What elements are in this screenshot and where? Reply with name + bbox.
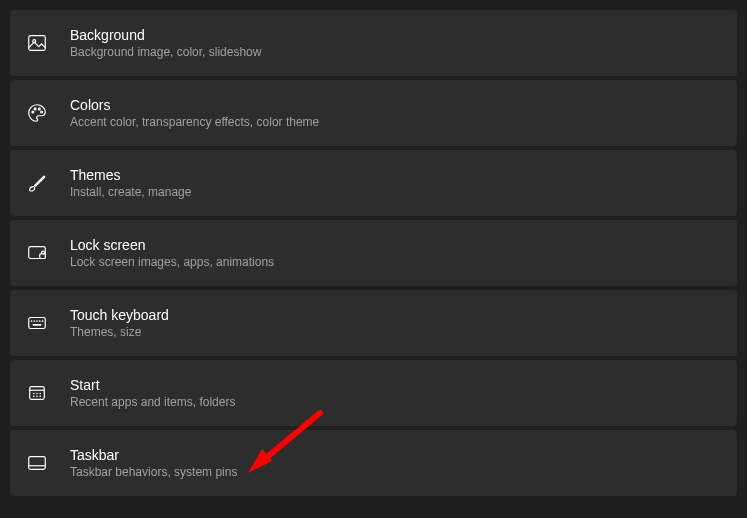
- settings-item-title: Start: [70, 376, 235, 394]
- settings-item-subtitle: Lock screen images, apps, animations: [70, 255, 274, 271]
- svg-point-5: [41, 111, 43, 113]
- settings-item-title: Themes: [70, 166, 191, 184]
- settings-item-background[interactable]: Background Background image, color, slid…: [10, 10, 737, 76]
- brush-icon: [26, 172, 70, 194]
- lock-screen-icon: [26, 242, 70, 264]
- settings-item-touch-keyboard[interactable]: Touch keyboard Themes, size: [10, 290, 737, 356]
- settings-item-subtitle: Accent color, transparency effects, colo…: [70, 115, 319, 131]
- settings-item-colors[interactable]: Colors Accent color, transparency effect…: [10, 80, 737, 146]
- keyboard-icon: [26, 312, 70, 334]
- svg-point-3: [34, 108, 36, 110]
- settings-item-text: Background Background image, color, slid…: [70, 26, 261, 61]
- settings-item-subtitle: Install, create, manage: [70, 185, 191, 201]
- svg-rect-7: [40, 254, 46, 259]
- svg-rect-8: [29, 318, 46, 329]
- settings-item-text: Taskbar Taskbar behaviors, system pins: [70, 446, 237, 481]
- settings-item-title: Touch keyboard: [70, 306, 169, 324]
- svg-rect-23: [29, 457, 46, 470]
- svg-rect-0: [29, 36, 46, 51]
- image-icon: [26, 32, 70, 54]
- svg-point-2: [32, 111, 34, 113]
- settings-item-title: Colors: [70, 96, 319, 114]
- start-grid-icon: [26, 382, 70, 404]
- settings-item-taskbar[interactable]: Taskbar Taskbar behaviors, system pins: [10, 430, 737, 496]
- settings-item-text: Touch keyboard Themes, size: [70, 306, 169, 341]
- settings-item-text: Colors Accent color, transparency effect…: [70, 96, 319, 131]
- settings-item-subtitle: Themes, size: [70, 325, 169, 341]
- settings-item-text: Themes Install, create, manage: [70, 166, 191, 201]
- personalization-settings-list: Background Background image, color, slid…: [0, 0, 747, 496]
- settings-item-themes[interactable]: Themes Install, create, manage: [10, 150, 737, 216]
- settings-item-subtitle: Background image, color, slideshow: [70, 45, 261, 61]
- settings-item-subtitle: Recent apps and items, folders: [70, 395, 235, 411]
- settings-item-title: Taskbar: [70, 446, 237, 464]
- taskbar-icon: [26, 452, 70, 474]
- palette-icon: [26, 102, 70, 124]
- settings-item-title: Lock screen: [70, 236, 274, 254]
- settings-item-title: Background: [70, 26, 261, 44]
- settings-item-text: Lock screen Lock screen images, apps, an…: [70, 236, 274, 271]
- settings-item-lock-screen[interactable]: Lock screen Lock screen images, apps, an…: [10, 220, 737, 286]
- svg-point-4: [38, 108, 40, 110]
- settings-item-subtitle: Taskbar behaviors, system pins: [70, 465, 237, 481]
- settings-item-start[interactable]: Start Recent apps and items, folders: [10, 360, 737, 426]
- settings-item-text: Start Recent apps and items, folders: [70, 376, 235, 411]
